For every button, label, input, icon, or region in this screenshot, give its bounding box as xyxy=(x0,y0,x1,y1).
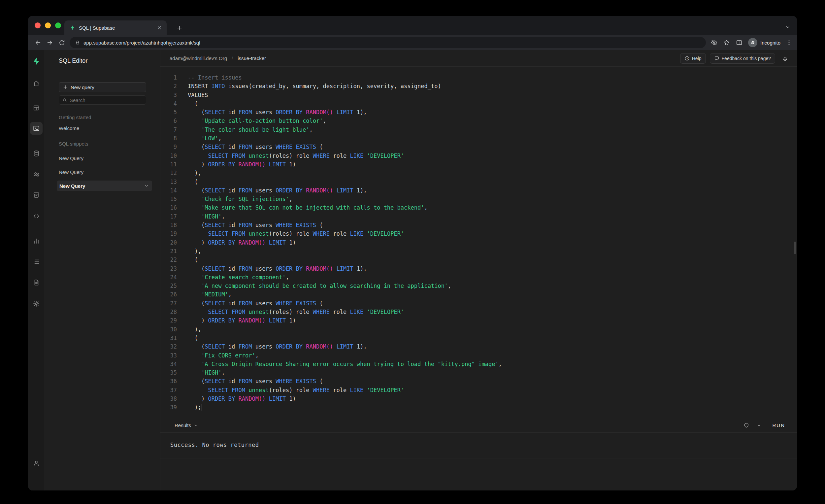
new-tab-button[interactable] xyxy=(174,23,184,33)
code-line[interactable]: 15 'Check for SQL injections', xyxy=(160,195,797,203)
chevron-down-icon[interactable] xyxy=(144,184,149,188)
sidebar-item-table-editor[interactable] xyxy=(30,102,43,114)
sidebar-item-database[interactable] xyxy=(30,147,43,160)
line-number: 2 xyxy=(160,82,177,90)
secure-lock-icon[interactable] xyxy=(75,40,80,45)
sidebar-item-logs[interactable] xyxy=(30,256,43,268)
sidebar-item-sql-editor[interactable] xyxy=(30,122,43,135)
code-line[interactable]: 13 ( xyxy=(160,177,797,186)
code-line[interactable]: 9 (SELECT id FROM users WHERE EXISTS ( xyxy=(160,143,797,151)
section-label-getting-started: Getting started xyxy=(59,115,160,120)
code-line[interactable]: 4 ( xyxy=(160,99,797,108)
results-dropdown[interactable]: Results xyxy=(174,423,198,428)
browser-menu-icon[interactable] xyxy=(786,39,792,46)
query-list-item[interactable]: New Query xyxy=(45,151,160,165)
minimize-window-button[interactable] xyxy=(45,22,51,28)
code-line[interactable]: 37 SELECT FROM unnest(roles) role WHERE … xyxy=(160,386,797,394)
close-window-button[interactable] xyxy=(34,22,41,28)
sidebar-item-authentication[interactable] xyxy=(30,168,43,181)
help-button[interactable]: ? Help xyxy=(680,53,706,64)
code-line[interactable]: 28 SELECT FROM unnest(roles) role WHERE … xyxy=(160,308,797,316)
side-panel-icon[interactable] xyxy=(736,39,743,46)
new-query-button[interactable]: New query xyxy=(59,82,146,92)
code-line[interactable]: 22 ( xyxy=(160,256,797,264)
code-line[interactable]: 19 SELECT FROM unnest(roles) role WHERE … xyxy=(160,229,797,238)
breadcrumb-org[interactable]: adam@windmill.dev's Org xyxy=(170,56,227,61)
url-text[interactable]: app.supabase.com/project/azahtnhqohyjerz… xyxy=(83,40,200,46)
save-options-chevron-icon[interactable] xyxy=(757,423,761,428)
code-line[interactable]: 39 ); xyxy=(160,403,797,412)
sidebar-item-home[interactable] xyxy=(30,77,43,90)
tab-close-icon[interactable] xyxy=(157,25,162,30)
breadcrumb-separator: / xyxy=(232,56,233,61)
code-line[interactable]: 24 'Create search component', xyxy=(160,273,797,282)
code-line[interactable]: 14 (SELECT id FROM users ORDER BY RANDOM… xyxy=(160,186,797,195)
code-line[interactable]: 2INSERT INTO issues(created_by, summary,… xyxy=(160,82,797,90)
code-line[interactable]: 18 (SELECT id FROM users WHERE EXISTS ( xyxy=(160,221,797,229)
sidebar-item-functions[interactable] xyxy=(30,210,43,222)
browser-tab[interactable]: SQL | Supabase xyxy=(64,20,167,35)
code-line[interactable]: 7 'The color should be light blue', xyxy=(160,126,797,134)
sidebar-item-docs[interactable] xyxy=(30,276,43,289)
address-bar[interactable]: app.supabase.com/project/azahtnhqohyjerz… xyxy=(70,37,706,48)
code-line[interactable]: 8 'LOW', xyxy=(160,134,797,143)
code-line[interactable]: 35 'HIGH', xyxy=(160,368,797,377)
code-line[interactable]: 29 ) ORDER BY RANDOM() LIMIT 1) xyxy=(160,316,797,325)
editor-scrollbar[interactable] xyxy=(794,241,796,254)
query-list-item-selected[interactable]: New Query xyxy=(57,181,152,191)
tab-list-chevron-icon[interactable] xyxy=(784,23,792,31)
code-line[interactable]: 5 (SELECT id FROM users ORDER BY RANDOM(… xyxy=(160,108,797,117)
sidebar-search[interactable] xyxy=(59,95,146,104)
sql-editor-canvas[interactable]: 1-- Insert issues2INSERT INTO issues(cre… xyxy=(160,67,797,418)
line-number: 7 xyxy=(160,126,177,134)
code-line[interactable]: 31 ( xyxy=(160,334,797,342)
line-number: 27 xyxy=(160,299,177,308)
notifications-bell-icon[interactable] xyxy=(782,55,789,62)
code-line[interactable]: 38 ) ORDER BY RANDOM() LIMIT 1) xyxy=(160,394,797,403)
code-line[interactable]: 23 (SELECT id FROM users ORDER BY RANDOM… xyxy=(160,264,797,273)
code-line[interactable]: 32 (SELECT id FROM users ORDER BY RANDOM… xyxy=(160,342,797,351)
code-line[interactable]: 34 'A Cross Origin Resource Sharing erro… xyxy=(160,360,797,368)
feedback-button[interactable]: Feedback on this page? xyxy=(710,53,775,64)
code-line[interactable]: 26 'MEDIUM', xyxy=(160,290,797,299)
supabase-logo-icon[interactable] xyxy=(32,57,41,66)
favorite-heart-icon[interactable] xyxy=(743,422,749,428)
code-line[interactable]: 10 SELECT FROM unnest(roles) role WHERE … xyxy=(160,151,797,160)
code-line[interactable]: 12 ), xyxy=(160,169,797,177)
code-line[interactable]: 17 'HIGH', xyxy=(160,212,797,221)
code-line[interactable]: 6 'Update call-to-action button color', xyxy=(160,117,797,125)
code-line[interactable]: 21 ), xyxy=(160,247,797,256)
browser-toolbar: app.supabase.com/project/azahtnhqohyjerz… xyxy=(28,35,797,50)
code-line[interactable]: 27 (SELECT id FROM users WHERE EXISTS ( xyxy=(160,299,797,308)
eye-off-icon[interactable] xyxy=(710,39,718,46)
code-line[interactable]: 25 'A new component should be created to… xyxy=(160,282,797,290)
code-lines: 1-- Insert issues2INSERT INTO issues(cre… xyxy=(160,73,797,412)
bookmark-star-icon[interactable] xyxy=(723,39,730,46)
sidebar-item-storage[interactable] xyxy=(30,189,43,201)
account-icon[interactable] xyxy=(30,457,43,470)
search-input[interactable] xyxy=(70,97,143,103)
code-line[interactable]: 16 'Make sure that SQL can not be inject… xyxy=(160,203,797,212)
breadcrumb-project[interactable]: issue-tracker xyxy=(238,56,266,61)
code-line[interactable]: 1-- Insert issues xyxy=(160,73,797,82)
code-line[interactable]: 20 ) ORDER BY RANDOM() LIMIT 1) xyxy=(160,238,797,247)
code-line[interactable]: 36 (SELECT id FROM users WHERE EXISTS ( xyxy=(160,377,797,385)
line-number: 8 xyxy=(160,134,177,143)
chevron-down-icon xyxy=(194,423,198,427)
reload-button[interactable] xyxy=(56,37,68,49)
sidebar-item-reports[interactable] xyxy=(30,235,43,247)
zoom-window-button[interactable] xyxy=(55,22,61,28)
code-line[interactable]: 11 ) ORDER BY RANDOM() LIMIT 1) xyxy=(160,160,797,169)
forward-button[interactable] xyxy=(44,37,56,49)
code-line[interactable]: 33 'Fix CORS error', xyxy=(160,351,797,360)
sidebar-item-settings[interactable] xyxy=(30,297,43,310)
search-icon xyxy=(62,98,67,102)
incognito-badge[interactable]: Incognito xyxy=(748,38,780,47)
sidebar-item-welcome[interactable]: Welcome xyxy=(45,126,160,131)
run-button[interactable]: RUN xyxy=(772,423,785,428)
query-list-item[interactable]: New Query xyxy=(45,165,160,179)
back-button[interactable] xyxy=(32,37,44,49)
code-line[interactable]: 30 ), xyxy=(160,325,797,334)
line-number: 10 xyxy=(160,151,177,160)
code-line[interactable]: 3VALUES xyxy=(160,91,797,99)
